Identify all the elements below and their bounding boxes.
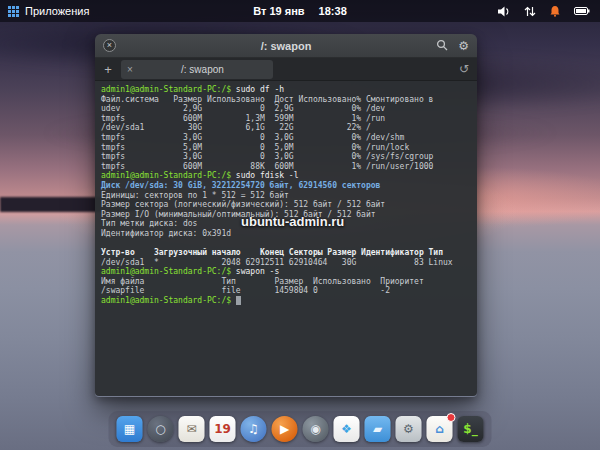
terminal-line: Имя файла Тип Размер Использовано Приори…	[101, 277, 471, 287]
mail-icon: ✉	[186, 423, 196, 435]
dock-item-multitasking[interactable]: ▦	[117, 416, 143, 442]
settings-menu-button[interactable]: ⚙	[458, 40, 469, 52]
terminal-line: admin1@admin-Standard-PC:/$	[101, 296, 471, 306]
applications-grid-icon	[8, 6, 19, 17]
dock-item-camera[interactable]: ◉	[303, 416, 329, 442]
terminal-line: admin1@admin-Standard-PC:/$ sudo df -h	[101, 85, 471, 95]
dock-item-mail[interactable]: ✉	[179, 416, 205, 442]
clock-time: 18:38	[319, 5, 347, 17]
search-icon	[436, 39, 448, 51]
camera-icon: ◉	[310, 423, 320, 435]
dock: ▦○✉19♫▶◉❖▰⚙⌂$_	[109, 411, 492, 447]
terminal-line: /dev/sda1 * 2048 62912511 62910464 30G 8…	[101, 258, 471, 268]
terminal-line: Устр-во Загрузочный начало Конец Секторы…	[101, 248, 471, 258]
videos-icon: ▶	[280, 423, 289, 435]
dock-item-calendar[interactable]: 19	[210, 416, 236, 442]
terminal-line: Файл.система Размер Использовано Дост Ис…	[101, 95, 471, 105]
dock-item-browser[interactable]: ○	[148, 416, 174, 442]
browser-icon: ○	[155, 423, 165, 435]
terminal-line: Единицы: секторов по 1 * 512 = 512 байт	[101, 191, 471, 201]
network-indicator[interactable]	[524, 6, 536, 17]
dock-item-music[interactable]: ♫	[241, 416, 267, 442]
new-tab-button[interactable]: +	[99, 62, 117, 77]
photos-icon: ❖	[341, 423, 352, 435]
terminal-line: Размер I/O (минимальный/оптимальный): 51…	[101, 210, 471, 220]
applications-menu-label: Приложения	[25, 5, 89, 17]
calendar-icon: 19	[214, 423, 231, 435]
terminal-line: /dev/sda1 30G 6,1G 22G 22% /	[101, 123, 471, 133]
battery-icon	[574, 6, 590, 16]
search-button[interactable]	[436, 39, 448, 53]
restore-tab-button[interactable]: ↺	[459, 62, 473, 76]
terminal-line: tmpfs 3,0G 0 3,0G 0% /sys/fs/cgroup	[101, 152, 471, 162]
terminal-output[interactable]: ubuntu-admin.ru admin1@admin-Standard-PC…	[95, 81, 477, 396]
terminal-line: Идентификатор диска: 0x391d	[101, 229, 471, 239]
dock-item-terminal[interactable]: $_	[458, 416, 484, 442]
panel-clock[interactable]: Вт 19 янв 18:38	[253, 5, 347, 17]
dock-item-photos[interactable]: ❖	[334, 416, 360, 442]
tab-label: /: swapon	[138, 64, 267, 75]
terminal-line: tmpfs 600M 1,3M 599M 1% /run	[101, 114, 471, 124]
terminal-line	[101, 239, 471, 249]
notifications-bell-icon	[549, 5, 561, 17]
titlebar-actions: ⚙	[436, 39, 469, 53]
clock-date: Вт 19 янв	[253, 5, 304, 17]
gear-icon: ⚙	[458, 39, 469, 53]
terminal-line: tmpfs 3,0G 0 3,0G 0% /dev/shm	[101, 133, 471, 143]
terminal-line: Диск /dev/sda: 30 GiB, 32212254720 байт,…	[101, 181, 471, 191]
tab-swapon[interactable]: × /: swapon	[121, 60, 273, 79]
desktop: Приложения Вт 19 янв 18:38	[0, 0, 600, 450]
appcenter-icon: ⌂	[435, 423, 444, 435]
power-indicator[interactable]	[574, 6, 590, 16]
dock-item-videos[interactable]: ▶	[272, 416, 298, 442]
applications-menu[interactable]: Приложения	[0, 5, 89, 17]
network-icon	[524, 6, 536, 17]
terminal-line: admin1@admin-Standard-PC:/$ sudo fdisk -…	[101, 171, 471, 181]
files-icon: ▰	[373, 423, 382, 435]
terminal-line: Тип метки диска: dos	[101, 219, 471, 229]
terminal-line: admin1@admin-Standard-PC:/$ swapon -s	[101, 267, 471, 277]
terminal-line: tmpfs 5,0M 0 5,0M 0% /run/lock	[101, 143, 471, 153]
dock-item-appcenter[interactable]: ⌂	[427, 416, 453, 442]
top-panel: Приложения Вт 19 янв 18:38	[0, 0, 600, 22]
terminal-line: Размер сектора (логический/физический): …	[101, 200, 471, 210]
terminal-line: /swapfile file 1459804 0 -2	[101, 286, 471, 296]
settings-icon: ⚙	[403, 423, 414, 435]
window-close-button[interactable]: ×	[103, 39, 116, 52]
update-badge	[447, 413, 456, 422]
terminal-window: × /: swapon ⚙ + × /: swapon ↺	[95, 34, 477, 397]
panel-indicators	[498, 5, 600, 17]
terminal-icon: $_	[463, 423, 477, 435]
window-titlebar[interactable]: × /: swapon ⚙	[95, 34, 477, 58]
dock-item-files[interactable]: ▰	[365, 416, 391, 442]
tab-bar: + × /: swapon ↺	[95, 58, 477, 81]
volume-icon	[498, 6, 511, 17]
multitasking-icon: ▦	[124, 423, 135, 435]
dock-item-settings[interactable]: ⚙	[396, 416, 422, 442]
terminal-line: tmpfs 600M 88K 600M 1% /run/user/1000	[101, 162, 471, 172]
tab-close-icon[interactable]: ×	[127, 64, 133, 75]
terminal-line: udev 2,9G 0 2,9G 0% /dev	[101, 104, 471, 114]
volume-indicator[interactable]	[498, 6, 511, 17]
window-title: /: swapon	[261, 40, 312, 52]
notifications-indicator[interactable]	[549, 5, 561, 17]
music-icon: ♫	[248, 423, 259, 435]
